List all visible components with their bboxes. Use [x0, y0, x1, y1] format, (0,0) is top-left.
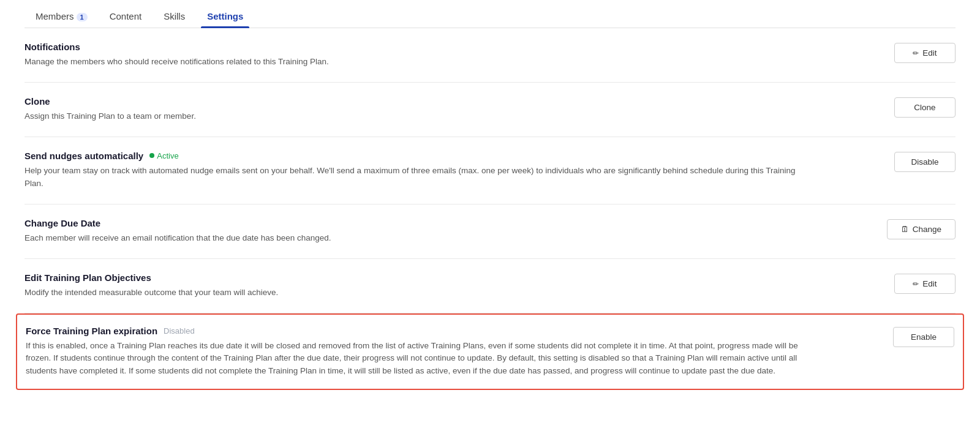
- section-status-expiration: Disabled: [164, 326, 195, 335]
- tabs-bar: Members1ContentSkillsSettings: [24, 0, 956, 28]
- section-action-clone: Clone: [894, 96, 956, 118]
- settings-section-notifications: NotificationsManage the members who shou…: [24, 28, 956, 83]
- nudges-button[interactable]: Disable: [894, 152, 956, 172]
- section-content-nudges: Send nudges automaticallyActiveHelp your…: [24, 151, 882, 190]
- section-title-text-nudges: Send nudges automatically: [24, 151, 143, 161]
- settings-section-clone: CloneAssign this Training Plan to a team…: [24, 83, 956, 137]
- section-desc-expiration: If this is enabled, once a Training Plan…: [26, 340, 810, 378]
- section-action-notifications: Edit: [894, 42, 956, 63]
- calendar-icon: 🗓: [901, 225, 909, 234]
- section-action-objectives: Edit: [894, 272, 956, 294]
- section-action-nudges: Disable: [894, 151, 956, 172]
- objectives-button-label: Edit: [922, 279, 937, 288]
- objectives-button[interactable]: Edit: [894, 274, 956, 294]
- section-content-due-date: Change Due DateEach member will receive …: [24, 218, 875, 245]
- section-title-expiration: Force Training Plan expirationDisabled: [26, 326, 881, 336]
- settings-content: NotificationsManage the members who shou…: [24, 28, 956, 390]
- edit-icon: [913, 279, 919, 288]
- settings-section-objectives: Edit Training Plan ObjectivesModify the …: [24, 259, 956, 313]
- settings-section-due-date: Change Due DateEach member will receive …: [24, 204, 956, 259]
- section-action-due-date: 🗓Change: [887, 218, 956, 239]
- section-title-notifications: Notifications: [24, 42, 882, 52]
- section-desc-nudges: Help your team stay on track with automa…: [24, 165, 809, 190]
- section-title-text-due-date: Change Due Date: [24, 218, 100, 228]
- due-date-button[interactable]: 🗓Change: [887, 219, 956, 239]
- notifications-button-label: Edit: [922, 48, 937, 58]
- expiration-button[interactable]: Enable: [893, 327, 954, 347]
- settings-section-nudges: Send nudges automaticallyActiveHelp your…: [24, 137, 956, 204]
- notifications-button[interactable]: Edit: [894, 43, 956, 63]
- tab-skills[interactable]: Skills: [153, 5, 196, 28]
- tab-content[interactable]: Content: [99, 5, 153, 28]
- section-action-expiration: Enable: [893, 326, 954, 347]
- nudges-button-label: Disable: [911, 157, 938, 167]
- tab-members-badge: 1: [77, 13, 88, 21]
- section-title-objectives: Edit Training Plan Objectives: [24, 272, 882, 283]
- section-title-text-objectives: Edit Training Plan Objectives: [24, 272, 151, 283]
- due-date-button-label: Change: [913, 225, 941, 234]
- tab-members[interactable]: Members1: [24, 5, 99, 28]
- section-title-text-notifications: Notifications: [24, 42, 80, 52]
- section-title-clone: Clone: [24, 96, 882, 107]
- section-content-clone: CloneAssign this Training Plan to a team…: [24, 96, 882, 123]
- section-desc-clone: Assign this Training Plan to a team or m…: [24, 110, 809, 123]
- section-status-nudges: Active: [149, 151, 178, 160]
- section-title-nudges: Send nudges automaticallyActive: [24, 151, 882, 161]
- section-content-objectives: Edit Training Plan ObjectivesModify the …: [24, 272, 882, 299]
- section-content-expiration: Force Training Plan expirationDisabledIf…: [26, 326, 881, 378]
- section-desc-objectives: Modify the intended measurable outcome t…: [24, 287, 809, 299]
- section-desc-notifications: Manage the members who should receive no…: [24, 56, 809, 69]
- clone-button-label: Clone: [914, 103, 935, 112]
- expiration-button-label: Enable: [911, 332, 937, 342]
- section-title-text-expiration: Force Training Plan expiration: [26, 326, 157, 336]
- tab-settings[interactable]: Settings: [196, 5, 254, 28]
- section-content-notifications: NotificationsManage the members who shou…: [24, 42, 882, 69]
- settings-section-expiration: Force Training Plan expirationDisabledIf…: [16, 313, 964, 391]
- section-title-due-date: Change Due Date: [24, 218, 875, 228]
- clone-button[interactable]: Clone: [894, 97, 956, 118]
- section-title-text-clone: Clone: [24, 96, 50, 107]
- section-desc-due-date: Each member will receive an email notifi…: [24, 232, 809, 245]
- edit-icon: [913, 48, 919, 58]
